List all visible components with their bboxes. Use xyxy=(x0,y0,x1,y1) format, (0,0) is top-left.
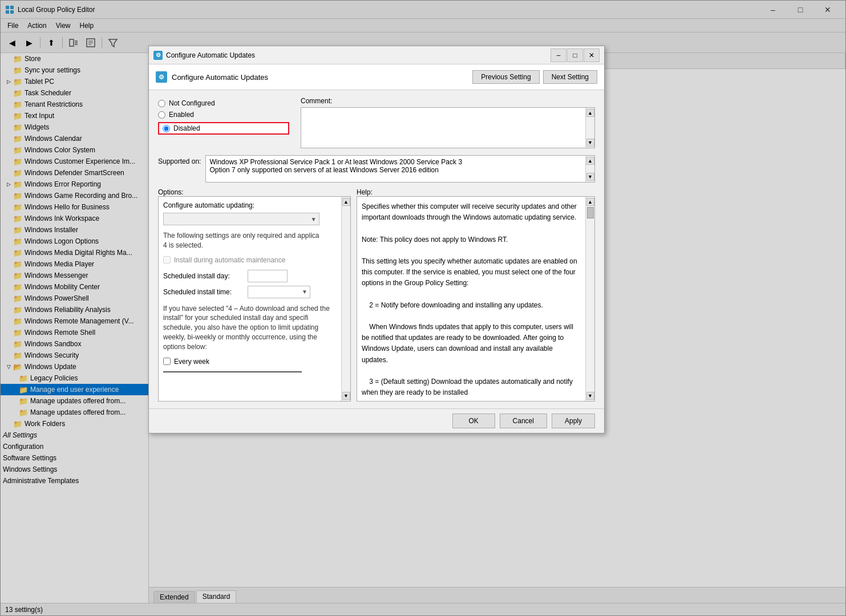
radio-section: Not Configured Enabled Disabled xyxy=(158,97,289,148)
prev-setting-button[interactable]: Previous Setting xyxy=(472,70,539,84)
dialog-header: ⚙ Configure Automatic Updates Previous S… xyxy=(149,64,604,90)
dialog-title: Configure Automatic Updates xyxy=(166,51,550,59)
radio-disabled[interactable] xyxy=(163,125,170,132)
scroll-down-arrow[interactable]: ▼ xyxy=(586,173,594,181)
scroll-down-arrow[interactable]: ▼ xyxy=(586,392,594,400)
dialog-controls: – □ ✕ xyxy=(550,48,600,62)
options-label-col: Options: xyxy=(158,188,351,196)
radio-enabled[interactable] xyxy=(158,111,165,119)
install-checkbox-label: Install during automatic maintenance xyxy=(174,256,285,264)
options-panel: Configure automatic updating: ▼ The foll… xyxy=(158,196,351,402)
comment-scrollbar: ▲ ▼ xyxy=(585,108,594,148)
dialog-footer: OK Cancel Apply xyxy=(149,408,604,433)
options-help-row: Configure automatic updating: ▼ The foll… xyxy=(158,196,595,402)
dialog-nav-buttons: Previous Setting Next Setting xyxy=(472,70,597,84)
dialog-header-icon: ⚙ xyxy=(156,71,167,83)
radio-enabled-row: Enabled xyxy=(158,111,289,119)
radio-disabled-label[interactable]: Disabled xyxy=(173,124,200,132)
options-label: Options: xyxy=(158,188,184,196)
dialog-maximize-button[interactable]: □ xyxy=(567,48,583,62)
scroll-up-arrow[interactable]: ▲ xyxy=(586,109,594,117)
ok-button[interactable]: OK xyxy=(452,414,495,428)
comment-textarea[interactable] xyxy=(301,108,585,148)
apply-button[interactable]: Apply xyxy=(552,414,595,428)
next-setting-button[interactable]: Next Setting xyxy=(543,70,597,84)
dialog: ⚙ Configure Automatic Updates – □ ✕ ⚙ Co… xyxy=(148,46,605,433)
configure-dropdown[interactable]: ▼ xyxy=(163,213,319,225)
auto-download-text: If you have selected "4 – Auto download … xyxy=(163,304,337,352)
supported-box: Windows XP Professional Service Pack 1 o… xyxy=(205,155,595,183)
dialog-header-title: Configure Automatic Updates xyxy=(172,73,472,82)
schedule-day-row: Scheduled install day: xyxy=(163,270,337,282)
scroll-down-arrow[interactable]: ▼ xyxy=(586,139,594,147)
comment-box-container: ▲ ▼ xyxy=(301,107,595,148)
every-week-checkbox[interactable] xyxy=(163,358,171,365)
help-label: Help: xyxy=(357,188,373,196)
install-checkbox[interactable] xyxy=(163,256,171,264)
comment-section: Comment: ▲ ▼ xyxy=(289,97,595,148)
options-help-labels: Options: Help: xyxy=(158,188,595,196)
radio-comment-row: Not Configured Enabled Disabled Comment: xyxy=(158,97,595,148)
scroll-up-arrow[interactable]: ▲ xyxy=(586,157,594,165)
dialog-title-bar: ⚙ Configure Automatic Updates – □ ✕ xyxy=(149,46,604,64)
options-scrollbar: ▲ ▼ xyxy=(341,197,350,401)
help-scrollbar: ▲ ▼ xyxy=(585,197,594,401)
dialog-body: Not Configured Enabled Disabled Comment: xyxy=(149,90,604,408)
radio-not-configured-row: Not Configured xyxy=(158,99,289,107)
schedule-time-dropdown[interactable]: ▼ xyxy=(248,286,310,298)
cancel-button[interactable]: Cancel xyxy=(500,414,547,428)
schedule-time-label: Scheduled install time: xyxy=(163,288,243,296)
scroll-thumb xyxy=(587,207,594,218)
comment-label: Comment: xyxy=(301,97,595,105)
schedule-time-row: Scheduled install time: ▼ xyxy=(163,286,337,298)
supported-scrollbar: ▲ ▼ xyxy=(585,156,594,182)
help-content: Specifies whether this computer will rec… xyxy=(357,197,585,401)
radio-disabled-row: Disabled xyxy=(158,122,289,135)
scroll-down-arrow[interactable]: ▼ xyxy=(342,392,350,400)
scroll-up-arrow[interactable]: ▲ xyxy=(586,198,594,206)
radio-not-configured-label[interactable]: Not Configured xyxy=(169,99,215,107)
scroll-up-arrow[interactable]: ▲ xyxy=(342,198,350,206)
following-text: The following settings are only required… xyxy=(163,231,337,250)
radio-enabled-label[interactable]: Enabled xyxy=(169,111,194,119)
schedule-day-input[interactable] xyxy=(248,270,288,282)
supported-text: Windows XP Professional Service Pack 1 o… xyxy=(206,156,585,182)
options-content: Configure automatic updating: ▼ The foll… xyxy=(159,197,341,401)
supported-label: Supported on: xyxy=(158,155,201,165)
help-label-col: Help: xyxy=(357,188,595,196)
options-separator xyxy=(163,371,302,372)
install-checkbox-row: Install during automatic maintenance xyxy=(163,256,337,264)
every-week-label: Every week xyxy=(174,358,209,366)
modal-overlay: ⚙ Configure Automatic Updates – □ ✕ ⚙ Co… xyxy=(0,0,846,616)
every-week-row: Every week xyxy=(163,358,337,366)
help-panel: Specifies whether this computer will rec… xyxy=(357,196,595,402)
dialog-close-button[interactable]: ✕ xyxy=(584,48,600,62)
supported-section: Supported on: Windows XP Professional Se… xyxy=(158,155,595,183)
radio-not-configured[interactable] xyxy=(158,100,165,107)
configure-auto-label: Configure automatic updating: xyxy=(163,201,337,209)
dialog-minimize-button[interactable]: – xyxy=(550,48,566,62)
schedule-day-label: Scheduled install day: xyxy=(163,272,243,280)
dialog-icon: ⚙ xyxy=(153,51,163,60)
